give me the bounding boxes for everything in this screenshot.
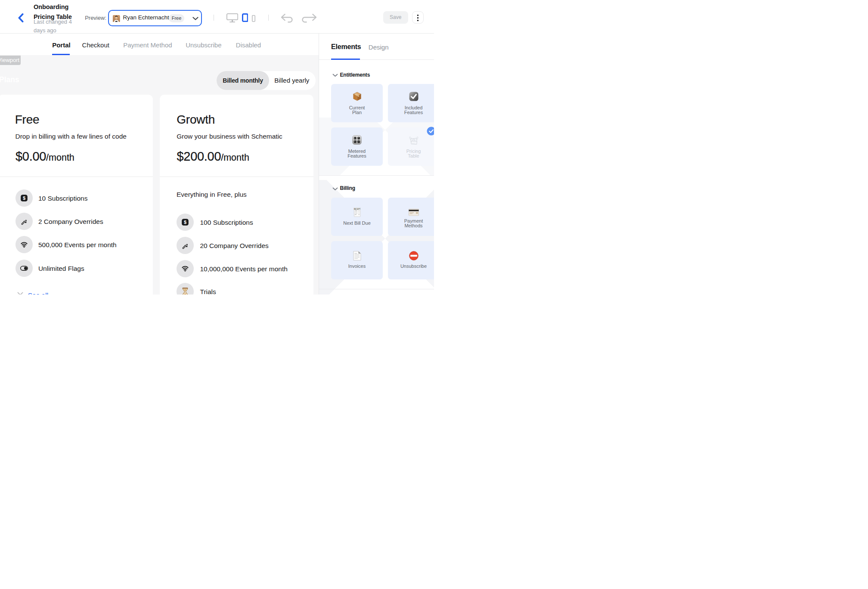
svg-text:RECEIPT: RECEIPT (354, 208, 361, 210)
svg-text:$: $ (23, 195, 25, 201)
svg-text:$: $ (184, 220, 186, 225)
